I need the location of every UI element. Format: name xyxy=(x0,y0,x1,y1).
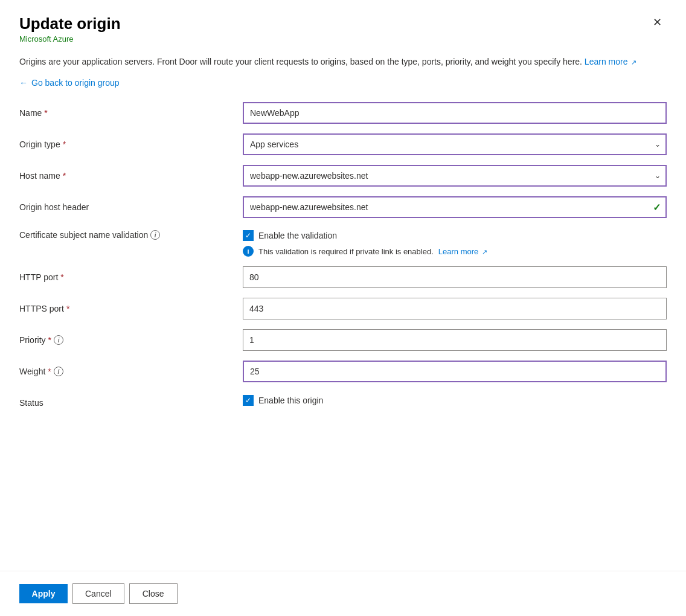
panel-header: Update origin Microsoft Azure ✕ xyxy=(0,0,686,43)
cert-validation-note: i This validation is required if private… xyxy=(243,246,667,257)
cert-learn-more-link[interactable]: Learn more ↗ xyxy=(438,247,487,256)
status-checkbox[interactable]: ✓ xyxy=(243,395,254,406)
origin-type-select[interactable]: App services xyxy=(243,133,667,155)
weight-label: Weight * i xyxy=(19,367,243,376)
name-label: Name * xyxy=(19,108,243,118)
name-control xyxy=(243,102,667,124)
cert-external-link-icon: ↗ xyxy=(482,248,487,256)
https-port-label: HTTPS port * xyxy=(19,304,243,313)
description-text: Origins are your application servers. Fr… xyxy=(19,57,582,66)
https-port-input[interactable] xyxy=(243,298,667,319)
cert-validation-checkbox[interactable]: ✓ xyxy=(243,230,254,241)
host-name-wrapper: webapp-new.azurewebsites.net ⌄ xyxy=(243,165,667,187)
weight-required: * xyxy=(48,367,51,376)
form-body: Name * Origin type * App services ⌄ xyxy=(0,92,686,571)
cancel-button[interactable]: Cancel xyxy=(72,583,124,604)
update-origin-panel: Update origin Microsoft Azure ✕ Origins … xyxy=(0,0,686,616)
back-link-label: Go back to origin group xyxy=(31,78,120,88)
priority-row: Priority * i xyxy=(19,329,667,351)
http-port-control xyxy=(243,266,667,288)
cert-validation-control: ✓ Enable the validation i This validatio… xyxy=(243,230,667,257)
http-port-required: * xyxy=(60,272,63,282)
status-control: ✓ Enable this origin xyxy=(243,395,667,411)
origin-type-label: Origin type * xyxy=(19,140,243,149)
close-button[interactable]: ✕ xyxy=(648,14,667,30)
learn-more-link-desc[interactable]: Learn more ↗ xyxy=(585,57,636,66)
host-name-required: * xyxy=(63,171,66,181)
panel-title: Update origin xyxy=(19,14,121,33)
priority-input[interactable] xyxy=(243,329,667,351)
name-row: Name * xyxy=(19,102,667,124)
name-required: * xyxy=(44,108,47,118)
cert-validation-checkbox-row: ✓ Enable the validation xyxy=(243,230,667,241)
origin-host-header-input[interactable] xyxy=(243,196,667,218)
origin-type-control: App services ⌄ xyxy=(243,133,667,155)
weight-row: Weight * i xyxy=(19,361,667,382)
origin-host-header-row: Origin host header ✓ xyxy=(19,196,667,218)
priority-info-icon[interactable]: i xyxy=(54,335,63,345)
origin-host-header-wrapper: ✓ xyxy=(243,196,667,218)
priority-required: * xyxy=(48,335,51,345)
cert-validation-label: Certificate subject name validation i xyxy=(19,230,243,240)
host-name-control: webapp-new.azurewebsites.net ⌄ xyxy=(243,165,667,187)
priority-label: Priority * i xyxy=(19,335,243,345)
description-block: Origins are your application servers. Fr… xyxy=(0,43,686,68)
cert-validation-note-text: This validation is required if private l… xyxy=(258,247,434,256)
status-checkbox-row: ✓ Enable this origin xyxy=(243,395,667,406)
weight-info-icon[interactable]: i xyxy=(54,367,63,376)
https-port-required: * xyxy=(66,304,69,313)
host-name-label: Host name * xyxy=(19,171,243,181)
close-footer-button[interactable]: Close xyxy=(129,583,178,604)
priority-control xyxy=(243,329,667,351)
http-port-row: HTTP port * xyxy=(19,266,667,288)
http-port-input[interactable] xyxy=(243,266,667,288)
status-checkbox-label: Enable this origin xyxy=(258,396,323,405)
weight-input[interactable] xyxy=(243,361,667,382)
weight-control xyxy=(243,361,667,382)
origin-type-required: * xyxy=(63,140,66,149)
origin-type-wrapper: App services ⌄ xyxy=(243,133,667,155)
status-checkmark: ✓ xyxy=(245,397,251,404)
name-input[interactable] xyxy=(243,102,667,124)
title-block: Update origin Microsoft Azure xyxy=(19,14,121,43)
origin-host-header-control: ✓ xyxy=(243,196,667,218)
back-to-origin-group-link[interactable]: ← Go back to origin group xyxy=(19,78,120,88)
cert-validation-checkbox-label: Enable the validation xyxy=(258,231,337,240)
http-port-label: HTTP port * xyxy=(19,272,243,282)
status-row: Status ✓ Enable this origin xyxy=(19,392,667,414)
host-name-row: Host name * webapp-new.azurewebsites.net… xyxy=(19,165,667,187)
https-port-control xyxy=(243,298,667,319)
external-link-icon: ↗ xyxy=(631,57,636,68)
panel-footer: Apply Cancel Close xyxy=(0,571,686,616)
origin-host-header-check-icon: ✓ xyxy=(653,202,661,213)
host-name-select[interactable]: webapp-new.azurewebsites.net xyxy=(243,165,667,187)
back-link-container: ← Go back to origin group xyxy=(0,68,686,92)
origin-type-row: Origin type * App services ⌄ xyxy=(19,133,667,155)
https-port-row: HTTPS port * xyxy=(19,298,667,319)
info-blue-icon: i xyxy=(243,246,254,257)
cert-validation-row: Certificate subject name validation i ✓ … xyxy=(19,228,667,257)
apply-button[interactable]: Apply xyxy=(19,584,68,603)
origin-host-header-label: Origin host header xyxy=(19,202,243,212)
cert-validation-info-icon[interactable]: i xyxy=(150,230,160,240)
panel-subtitle: Microsoft Azure xyxy=(19,34,121,43)
cert-validation-checkmark: ✓ xyxy=(245,232,251,239)
status-label: Status xyxy=(19,398,243,408)
back-arrow-icon: ← xyxy=(19,78,28,88)
